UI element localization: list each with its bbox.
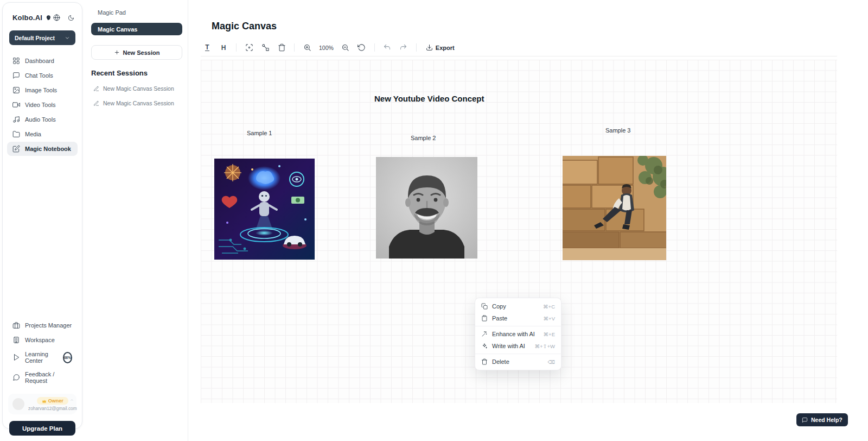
- upgrade-plan-label: Upgrade Plan: [22, 425, 62, 432]
- learning-progress-badge: 66%: [63, 352, 72, 363]
- recent-session-label: New Magic Canvas Session: [103, 85, 174, 92]
- sidebar-item-media[interactable]: Media: [7, 127, 78, 141]
- context-menu-paste[interactable]: Paste ⌘+V: [475, 312, 561, 324]
- new-session-button[interactable]: New Session: [91, 45, 182, 60]
- pencil-icon: [93, 100, 99, 106]
- tab-magic-canvas[interactable]: Magic Canvas: [91, 23, 182, 35]
- zoom-out-button[interactable]: [339, 42, 352, 54]
- toolbar-separator: [416, 43, 417, 52]
- project-selector[interactable]: Default Project: [9, 30, 75, 45]
- sidebar-item-learning-center[interactable]: Learning Center 66%: [7, 348, 78, 367]
- copy-icon: [481, 303, 488, 310]
- page-title: Magic Canvas: [212, 21, 277, 32]
- heading-tool-glyph: H: [221, 44, 226, 52]
- reset-view-button[interactable]: [355, 42, 368, 54]
- sample-image-man-on-steps[interactable]: [563, 156, 666, 260]
- canvas-area[interactable]: New Youtube Video Concept Sample 1 Sampl…: [201, 60, 837, 403]
- sidebar-item-label: Projects Manager: [25, 322, 72, 329]
- sidebar-item-image-tools[interactable]: Image Tools: [7, 83, 78, 97]
- sidebar-item-projects-manager[interactable]: Projects Manager: [7, 318, 78, 332]
- globe-icon: [53, 14, 60, 21]
- context-menu-copy[interactable]: Copy ⌘+C: [475, 300, 561, 312]
- menu-item-label: Copy: [492, 303, 506, 310]
- context-menu: Copy ⌘+C Paste ⌘+V Enhance with AI ⌘+E W…: [475, 298, 561, 370]
- sidebar-item-label: Feedback / Request: [25, 371, 72, 384]
- need-help-label: Need Help?: [811, 417, 843, 423]
- need-help-button[interactable]: Need Help?: [796, 413, 848, 426]
- recent-session-item[interactable]: New Magic Canvas Session: [93, 100, 188, 106]
- play-icon: [12, 354, 20, 361]
- upgrade-plan-button[interactable]: Upgrade Plan: [9, 421, 75, 436]
- export-button[interactable]: Export: [426, 44, 455, 51]
- sidebar-item-label: Workspace: [25, 337, 55, 343]
- feedback-bubble-icon: [12, 374, 20, 381]
- recent-session-item[interactable]: New Magic Canvas Session: [93, 85, 188, 92]
- menu-divider: [475, 354, 561, 354]
- canvas-heading[interactable]: New Youtube Video Concept: [374, 94, 484, 103]
- clipboard-icon: [481, 315, 488, 322]
- sidebar-item-magic-notebook[interactable]: Magic Notebook: [7, 142, 78, 156]
- rotate-ccw-icon: [358, 43, 366, 52]
- sidebar-item-video-tools[interactable]: Video Tools: [7, 98, 78, 112]
- recent-sessions-title: Recent Sessions: [91, 69, 188, 77]
- undo-button[interactable]: [381, 42, 394, 54]
- zoom-in-icon: [303, 43, 311, 52]
- sidebar-item-label: Chat Tools: [25, 72, 53, 79]
- sidebar-item-dashboard[interactable]: Dashboard: [7, 54, 78, 68]
- sample-1-label[interactable]: Sample 1: [247, 130, 272, 136]
- sidebar-item-label: Image Tools: [25, 87, 57, 93]
- sidebar: Kolbo.AI Default P: [2, 2, 82, 429]
- owner-badge: Owner: [37, 397, 68, 405]
- zoom-in-button[interactable]: [301, 42, 314, 54]
- zoom-out-icon: [341, 43, 349, 52]
- delete-tool-button[interactable]: [275, 42, 288, 54]
- sidebar-item-chat-tools[interactable]: Chat Tools: [7, 68, 78, 83]
- text-tool-glyph: T: [205, 44, 209, 51]
- heading-tool-button[interactable]: H: [217, 42, 230, 54]
- menu-item-label: Paste: [492, 315, 507, 322]
- user-account-card[interactable]: Owner zoharvan12@gmail.com: [8, 394, 76, 414]
- connector-tool-button[interactable]: [259, 42, 272, 54]
- download-icon: [426, 44, 433, 51]
- sidebar-item-label: Media: [25, 131, 41, 137]
- music-note-icon: [12, 116, 20, 123]
- language-globe-button[interactable]: [53, 14, 60, 21]
- sidebar-item-workspace[interactable]: Workspace: [7, 333, 78, 347]
- menu-item-shortcut: ⌘+V: [544, 316, 555, 322]
- sample-3-label[interactable]: Sample 3: [605, 127, 630, 134]
- zoom-level: 100%: [319, 45, 334, 51]
- steps-illustration: [563, 156, 666, 260]
- text-tool-button[interactable]: T: [201, 42, 214, 54]
- ai-select-icon: [245, 43, 253, 52]
- canvas-toolbar: T H 100% Export: [201, 41, 837, 56]
- menu-item-label: Delete: [492, 358, 509, 365]
- context-menu-delete[interactable]: Delete ⌫: [475, 356, 561, 368]
- sidebar-item-label: Video Tools: [25, 102, 55, 108]
- magic-wand-icon: [481, 331, 488, 337]
- sidebar-item-label: Learning Center: [25, 351, 58, 364]
- sample-image-portrait[interactable]: [376, 157, 477, 259]
- redo-icon: [399, 43, 407, 52]
- sample-image-ai-illustration[interactable]: [214, 159, 315, 260]
- dark-mode-toggle[interactable]: [68, 15, 74, 21]
- menu-item-label: Enhance with AI: [492, 331, 535, 337]
- ai-select-button[interactable]: [242, 42, 256, 54]
- sidebar-item-label: Magic Notebook: [25, 146, 71, 152]
- sample-2-label[interactable]: Sample 2: [411, 135, 436, 141]
- notebook-icon: [12, 145, 20, 153]
- sidebar-footer: Projects Manager Workspace Learning Cent…: [3, 318, 82, 436]
- redo-button[interactable]: [397, 42, 410, 54]
- chevron-down-icon: [65, 35, 70, 41]
- menu-item-label: Write with AI: [492, 343, 525, 349]
- export-label: Export: [436, 45, 455, 51]
- context-menu-enhance-with-ai[interactable]: Enhance with AI ⌘+E: [475, 328, 561, 340]
- menu-item-shortcut: ⌘+⇧+W: [534, 343, 555, 349]
- sidebar-item-audio-tools[interactable]: Audio Tools: [7, 112, 78, 127]
- context-menu-write-with-ai[interactable]: Write with AI ⌘+⇧+W: [475, 340, 561, 352]
- connector-icon: [261, 43, 270, 52]
- logo-row: Kolbo.AI: [3, 3, 82, 22]
- sessions-panel: Magic Pad Magic Canvas New Session Recen…: [85, 0, 188, 441]
- pencil-icon: [93, 86, 99, 92]
- tab-magic-pad[interactable]: Magic Pad: [85, 0, 188, 16]
- sidebar-item-feedback[interactable]: Feedback / Request: [7, 368, 78, 387]
